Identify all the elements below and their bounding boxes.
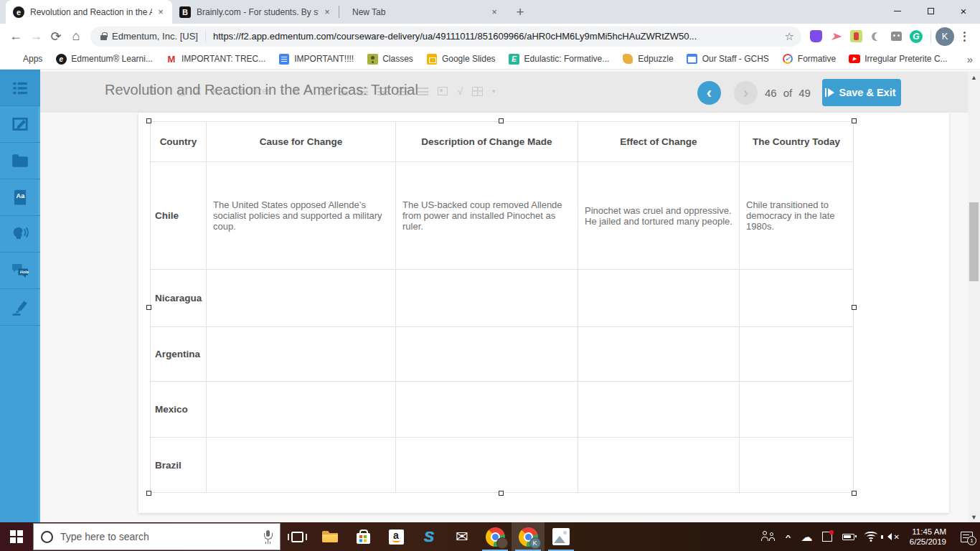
cell-today[interactable]: Chile transitioned to democracy in the l… [740,162,854,270]
cell-cause[interactable] [207,270,396,327]
bookmark-youtube[interactable]: ▶Irregular Preterite C... [849,53,947,65]
chrome-profile1-button[interactable] [479,522,512,551]
s-app-button[interactable]: S [413,522,446,551]
sidebar-item-resources[interactable] [0,143,40,179]
taskbar-search-input[interactable]: Type here to search [33,523,281,550]
bookmark-edulastic[interactable]: EEdulastic: Formative... [509,53,610,65]
site-identity[interactable]: Edmentum, Inc. [US] [112,31,198,42]
scroll-up-arrow[interactable]: ▲ [968,72,980,83]
tray-chevron-up-icon[interactable]: ^ [786,532,791,540]
cell-cause[interactable] [207,327,396,382]
url-text[interactable]: https://f2.app.edmentum.com/courseware-d… [213,31,779,42]
start-button[interactable] [0,522,33,551]
resize-handle-bottom-left[interactable] [146,491,151,496]
cell-description[interactable] [396,327,578,382]
sidebar-item-contents[interactable] [0,70,40,106]
maximize-button[interactable] [914,0,947,22]
tab-close-icon[interactable]: × [321,6,333,18]
bookmark-formative[interactable]: ✓Formative [782,53,836,65]
microsoft-store-button[interactable] [347,522,380,551]
bookmark-important-trec[interactable]: MIMPORTANT: TREC... [166,53,265,65]
profile-avatar[interactable]: K [936,27,954,46]
sidebar-item-translate[interactable]: Hola [0,253,40,289]
chrome-profile2-button[interactable]: K [512,522,545,551]
sidebar-item-text-to-speech[interactable] [0,216,40,253]
file-explorer-button[interactable] [314,522,347,551]
tab-close-icon[interactable]: × [489,6,500,18]
bookmark-edpuzzle[interactable]: Edpuzzle [622,53,673,65]
cell-description[interactable] [396,270,578,327]
taskbar-clock[interactable]: 11:45 AM 6/25/2019 [910,527,946,547]
reload-icon[interactable]: ⟳ [46,27,66,47]
mail-button[interactable]: ✉ [446,522,479,551]
cell-cause[interactable] [207,382,396,438]
onedrive-cloud-icon[interactable]: ☁ [801,530,812,544]
cell-effect[interactable]: Pinochet was cruel and oppressive. He ja… [578,162,740,270]
lock-icon[interactable] [100,35,107,40]
crescent-extension-icon[interactable] [867,27,885,46]
bookmarks-overflow-icon[interactable]: » [967,53,973,65]
honey-extension-icon[interactable] [806,27,825,46]
resize-handle-top-left[interactable] [146,118,151,123]
cell-effect[interactable] [578,438,740,493]
gray-extension-icon[interactable] [887,27,905,46]
resize-handle-bottom-center[interactable] [499,491,504,496]
notification-app-icon[interactable] [822,532,832,542]
grammarly-extension-icon[interactable]: G [907,27,925,46]
close-window-button[interactable]: × [947,0,980,22]
battery-icon[interactable] [842,534,854,540]
save-exit-button[interactable]: Save & Exit [822,79,901,106]
people-icon[interactable] [761,531,776,542]
cell-effect[interactable] [578,382,740,438]
tab-new-tab[interactable]: New Tab × [339,0,506,24]
task-view-button[interactable] [281,522,314,551]
cell-today[interactable] [740,270,854,327]
cell-description[interactable] [396,382,578,438]
action-center-button[interactable]: 1 [961,532,973,542]
cell-description[interactable] [396,438,578,493]
bookmark-our-staff[interactable]: Our Staff - GCHS [687,53,769,65]
back-icon[interactable]: ← [6,27,26,47]
resize-handle-top-center[interactable] [499,118,504,123]
cell-cause[interactable] [207,438,396,493]
tab-lesson[interactable]: e Revolution and Reaction in the A × [6,0,172,24]
bookmark-apps[interactable]: Apps [7,53,42,65]
cell-today[interactable] [740,438,854,493]
sidebar-item-highlighter[interactable] [0,289,40,326]
tab-brainly[interactable]: B Brainly.com - For students. By stu × [172,0,339,24]
bookmark-important[interactable]: IMPORTANT!!!! [278,53,354,65]
cell-today[interactable] [740,327,854,382]
sidebar-item-notes[interactable] [0,106,40,143]
cell-cause[interactable]: The United States opposed Allende’s soci… [207,162,396,270]
cell-description[interactable]: The US-backed coup removed Allende from … [396,162,578,270]
address-bar[interactable]: Edmentum, Inc. [US] https://f2.app.edmen… [90,27,801,47]
bookmark-google-slides[interactable]: Google Slides [426,53,496,65]
bookmark-edmentum[interactable]: eEdmentum® Learni... [55,53,153,65]
wifi-icon[interactable] [864,532,877,542]
cell-effect[interactable] [578,327,740,382]
volume-muted-icon[interactable]: ✕ [887,533,899,541]
photos-button[interactable] [545,522,578,551]
tab-close-icon[interactable]: × [155,6,166,18]
home-icon[interactable]: ⌂ [66,27,86,47]
bookmark-classes[interactable]: Classes [367,53,413,65]
resize-handle-top-right[interactable] [852,118,857,123]
amazon-button[interactable]: a [380,522,413,551]
resize-handle-mid-left[interactable] [146,305,151,310]
microphone-icon[interactable] [263,530,273,543]
sidebar-item-dictionary[interactable]: Aa [0,179,40,216]
scrollbar-thumb[interactable] [969,202,979,281]
previous-page-button[interactable]: ‹ [697,81,721,105]
new-tab-button[interactable]: + [510,2,530,22]
green-extension-icon[interactable] [847,27,865,46]
page-scrollbar: ▲ ▼ [968,72,980,522]
minimize-button[interactable] [881,0,914,22]
screencastify-extension-icon[interactable]: ➤ [826,27,845,46]
resize-handle-mid-right[interactable] [852,305,857,310]
chrome-menu-icon[interactable] [957,32,971,42]
resize-handle-bottom-right[interactable] [852,491,857,496]
scroll-down-arrow[interactable]: ▼ [968,512,980,522]
bookmark-star-icon[interactable]: ☆ [785,30,794,43]
cell-today[interactable] [740,382,854,438]
cell-effect[interactable] [578,270,740,327]
